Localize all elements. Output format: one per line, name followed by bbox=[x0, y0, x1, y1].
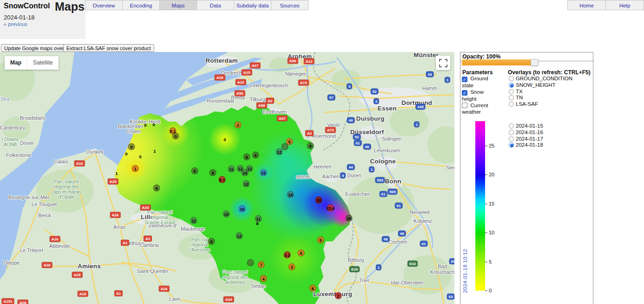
station-marker[interactable]: 8.1 bbox=[219, 176, 226, 183]
tab-encoding[interactable]: Encoding bbox=[122, 0, 160, 10]
station-marker[interactable]: 12 bbox=[243, 181, 250, 188]
radio-button bbox=[509, 136, 514, 142]
opacity-slider-handle[interactable] bbox=[531, 59, 539, 66]
tab-data[interactable]: Data bbox=[197, 0, 234, 10]
station-marker[interactable]: 8 bbox=[254, 220, 261, 227]
tab-home[interactable]: Home bbox=[567, 0, 606, 10]
right-tabs: HomeHelp bbox=[568, 0, 644, 10]
station-marker[interactable]: 11 bbox=[228, 166, 235, 173]
app-title: SnowControl bbox=[4, 2, 50, 10]
radio-button bbox=[509, 130, 514, 135]
station-marker[interactable]: 8 bbox=[210, 169, 217, 176]
colorbar-tick bbox=[485, 262, 487, 262]
colorbar-tick-label: 20 bbox=[489, 172, 494, 177]
station-marker[interactable]: 0 bbox=[123, 150, 130, 157]
station-marker[interactable]: 3 bbox=[289, 264, 296, 271]
opacity-slider[interactable] bbox=[462, 59, 540, 65]
radio-label: 2024-01-17 bbox=[516, 136, 543, 142]
parameters-checkboxes: ✓ Ground state✓ Snow height Current weat… bbox=[462, 75, 499, 115]
station-marker[interactable]: 3.2 bbox=[284, 252, 291, 259]
tab-maps[interactable]: Maps bbox=[159, 0, 197, 10]
opacity-value: 100% bbox=[486, 53, 500, 60]
tab-subdaily-data[interactable]: Subdaily data bbox=[234, 0, 271, 10]
station-marker[interactable]: 1 bbox=[132, 165, 139, 172]
checkbox-current-weather[interactable]: Current weather bbox=[462, 102, 499, 115]
date-option-2024-01-16[interactable]: 2024-01-16 bbox=[509, 129, 543, 136]
station-marker[interactable]: 14 bbox=[287, 191, 294, 198]
settings-panel: Opacity: 100% Parameters ✓ Ground state✓… bbox=[460, 52, 593, 304]
radio-button bbox=[509, 142, 514, 148]
overlay-option-tx[interactable]: TX bbox=[509, 89, 572, 95]
radio-button bbox=[509, 95, 514, 100]
station-marker[interactable]: 0 bbox=[137, 153, 144, 160]
fullscreen-button[interactable] bbox=[436, 56, 450, 70]
checkbox-snow-height[interactable]: ✓ Snow height bbox=[462, 89, 499, 102]
station-marker[interactable]: 23.4 bbox=[327, 205, 334, 212]
colorbar bbox=[475, 121, 485, 291]
colorbar-tick-label: 15 bbox=[489, 201, 494, 207]
station-marker[interactable]: 10 bbox=[223, 211, 230, 218]
snowcontrol-app: SnowControl Maps 2024-01-18 « previous O… bbox=[0, 0, 644, 304]
previous-link[interactable]: « previous bbox=[4, 21, 27, 27]
radio-button bbox=[509, 123, 514, 129]
main-tabs: OverviewEncodingMapsDataSubdaily dataSou… bbox=[85, 0, 309, 10]
station-marker[interactable] bbox=[282, 143, 289, 150]
overlay-option-ground-condition[interactable]: GROUND_CONDITION bbox=[509, 76, 572, 82]
station-marker[interactable]: 7 bbox=[258, 261, 265, 268]
date-option-2024-01-15[interactable]: 2024-01-15 bbox=[509, 123, 543, 129]
radio-label: 2024-01-16 bbox=[516, 129, 543, 135]
station-marker[interactable]: 16 bbox=[239, 206, 246, 213]
extract-lsa-saf-button[interactable]: Extract LSA-SAF snow cover product bbox=[63, 44, 154, 52]
station-marker[interactable]: 2 bbox=[235, 122, 242, 129]
station-marker[interactable]: 5 bbox=[191, 168, 198, 175]
station-marker[interactable]: 10 bbox=[242, 169, 249, 176]
station-marker[interactable]: 4 bbox=[260, 275, 267, 282]
station-marker[interactable]: 6 bbox=[243, 154, 250, 161]
date-option-2024-01-18[interactable]: 2024-01-18 bbox=[509, 142, 543, 149]
station-marker[interactable]: 6 bbox=[153, 185, 160, 192]
station-marker[interactable]: 0 bbox=[172, 133, 179, 140]
colorbar-tick bbox=[485, 175, 487, 175]
station-marker[interactable]: 20 bbox=[315, 197, 322, 204]
map-button[interactable]: Map bbox=[5, 56, 27, 70]
station-marker[interactable]: 29 bbox=[346, 215, 353, 222]
map-canvas[interactable]: RotterdamArnhemMünsterDortmundEssenDuisb… bbox=[0, 52, 454, 304]
radio-label: GROUND_CONDITION bbox=[516, 76, 572, 81]
station-marker[interactable]: 0 bbox=[222, 136, 229, 143]
checkbox-ground-state[interactable]: ✓ Ground state bbox=[462, 75, 499, 89]
station-marker[interactable]: 6 bbox=[309, 285, 316, 292]
overlay-option-snow-height[interactable]: SNOW_HEIGHT bbox=[509, 82, 572, 89]
station-marker[interactable]: 12 bbox=[236, 233, 243, 239]
station-marker[interactable]: 5 bbox=[298, 250, 305, 257]
station-marker[interactable]: 0 bbox=[142, 122, 149, 129]
overlay-option-tn[interactable]: TN bbox=[509, 95, 572, 101]
overlays-title: Overlays (to refresh: CTRL+F5) bbox=[508, 69, 591, 76]
tab-sources[interactable]: Sources bbox=[271, 0, 309, 10]
station-marker[interactable]: 0 bbox=[128, 143, 135, 150]
station-marker[interactable]: 0 bbox=[151, 121, 158, 128]
satellite-button[interactable]: Satellite bbox=[27, 56, 59, 70]
station-marker[interactable]: 11 bbox=[191, 217, 197, 224]
title-block: SnowControl Maps 2024-01-18 « previous bbox=[0, 0, 85, 39]
station-marker[interactable]: 2 bbox=[335, 292, 342, 299]
opacity-label: Opacity: bbox=[462, 53, 485, 60]
station-marker[interactable]: 15 bbox=[260, 169, 267, 176]
radio-button bbox=[509, 89, 514, 94]
station-marker[interactable]: 9 bbox=[208, 238, 215, 245]
tab-overview[interactable]: Overview bbox=[85, 0, 123, 10]
station-marker[interactable]: 6 bbox=[252, 152, 259, 159]
station-marker[interactable]: 12 bbox=[276, 149, 283, 155]
overlay-option-lsa-saf[interactable]: LSA-SAF bbox=[509, 101, 572, 108]
station-marker[interactable] bbox=[247, 259, 254, 266]
station-marker[interactable]: 5 bbox=[317, 237, 324, 244]
colorbar-tick bbox=[485, 204, 487, 204]
station-marker[interactable]: 1 bbox=[151, 148, 158, 155]
station-marker[interactable]: 8 bbox=[307, 142, 314, 149]
station-marker[interactable]: 1 bbox=[113, 170, 120, 177]
opacity-slider-fill bbox=[462, 59, 532, 65]
map-type-control: Map Satellite bbox=[5, 56, 59, 70]
radio-label: 2024-01-15 bbox=[516, 123, 543, 129]
tab-help[interactable]: Help bbox=[605, 0, 644, 10]
colorbar-tick bbox=[485, 233, 487, 233]
date-option-2024-01-17[interactable]: 2024-01-17 bbox=[509, 136, 543, 142]
